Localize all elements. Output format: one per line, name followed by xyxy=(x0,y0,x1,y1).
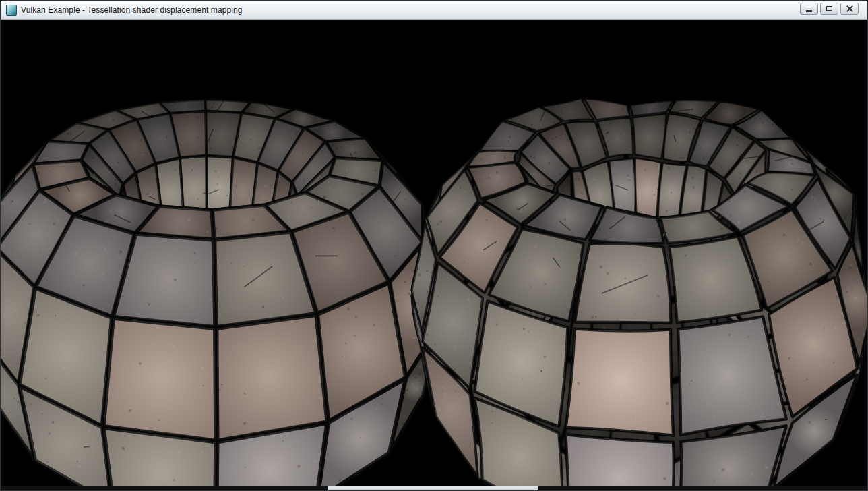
maximize-button[interactable] xyxy=(820,3,838,15)
window-controls xyxy=(800,3,859,15)
app-window: Vulkan Example - Tessellation shader dis… xyxy=(0,0,868,491)
window-titlebar[interactable]: Vulkan Example - Tessellation shader dis… xyxy=(1,1,867,20)
window-bottom-frame xyxy=(1,486,867,490)
minimize-button[interactable] xyxy=(800,3,818,15)
bottom-frame-highlight xyxy=(328,486,538,490)
maximize-icon xyxy=(826,6,832,11)
render-viewport[interactable] xyxy=(1,20,867,486)
window-title: Vulkan Example - Tessellation shader dis… xyxy=(21,5,243,15)
vulkan-render-canvas[interactable] xyxy=(1,20,867,486)
close-icon xyxy=(846,5,853,12)
vulkan-example-app-icon xyxy=(6,5,17,16)
minimize-icon xyxy=(806,10,812,12)
close-button[interactable] xyxy=(840,3,859,15)
